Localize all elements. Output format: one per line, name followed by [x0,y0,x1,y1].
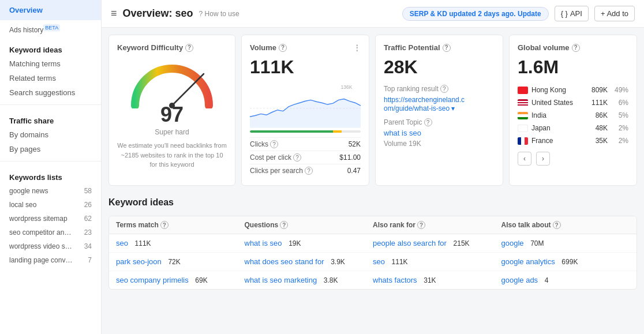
parent-topic-label: Parent Topic ? [384,118,495,126]
country-vol: 48K [582,124,608,132]
keywords-list-item[interactable]: wordpress sitemap62 [0,212,101,226]
questions-help[interactable]: ? [280,221,288,229]
cps-metric: Clicks per search ? 0.47 [250,164,361,177]
terms-match-link[interactable]: seo [116,239,128,247]
sidebar-item-by-pages[interactable]: By pages [0,142,101,156]
terms-match-link[interactable]: park seo-joon [116,257,162,266]
ideas-cell-also-rank: whats factors 31K [373,276,501,284]
ideas-cell-terms: seo 111K [116,239,245,247]
parent-topic-link[interactable]: what is seo [384,129,421,137]
kd-value: 97 [160,103,184,127]
ideas-cell-questions: what does seo stand for 3.9K [245,257,373,266]
sidebar-divider-2 [0,161,101,162]
traffic-card-title: Traffic Potential ? [384,43,495,52]
cps-help-icon[interactable]: ? [305,167,313,175]
keywords-list-item[interactable]: seo competitor anal...23 [0,226,101,239]
terms-match-num: 69K [195,276,207,284]
country-pct: 5% [611,111,628,119]
kl-count: 7 [88,256,92,264]
svg-line-0 [172,74,204,106]
questions-link[interactable]: what is seo [245,239,282,247]
also-talk-link[interactable]: google ads [501,276,538,284]
global-country-row: United States 111K 6% [518,96,628,109]
also-rank-num: 111K [392,258,408,266]
sidebar-item-overview[interactable]: Overview [0,0,101,20]
kl-name: google news [9,187,48,195]
keywords-list-item[interactable]: landing page conver...7 [0,253,101,267]
ideas-cell-questions: what is seo marketing 3.8K [245,276,373,284]
sidebar: Overview Ads historyBETA Keyword ideas M… [0,0,102,334]
also-rank-num: 31K [424,276,436,284]
volume-help-icon[interactable]: ? [279,44,287,52]
also-rank-help[interactable]: ? [417,221,425,229]
also-talk-num: 70M [530,239,544,247]
questions-link[interactable]: what does seo stand for [245,257,324,266]
also-rank-link[interactable]: people also search for [373,239,447,247]
country-vol: 86K [582,111,608,119]
sidebar-item-matching-terms[interactable]: Matching terms [0,57,101,71]
global-countries-table: Hong Kong 809K 49% United States 111K 6%… [518,84,628,147]
flag-hk [518,87,528,94]
ideas-cell-questions: what is seo 19K [245,239,373,247]
also-rank-link[interactable]: whats factors [373,276,417,284]
keywords-list-item[interactable]: wordpress video sit...34 [0,239,101,253]
ads-history-label: Ads history [9,26,43,34]
col-also-talk: Also talk about ? [501,221,630,229]
kl-name: local seo [9,201,36,209]
country-pct: 49% [611,86,628,94]
kd-help-icon[interactable]: ? [185,44,193,52]
global-help-icon[interactable]: ? [572,44,580,52]
traffic-card: Traffic Potential ? 28K Top ranking resu… [375,35,503,186]
parent-topic-help[interactable]: ? [424,118,432,126]
country-pct: 6% [611,99,628,107]
cpc-help-icon[interactable]: ? [293,153,301,162]
keyword-ideas-header: Keyword ideas [0,39,101,57]
global-next-button[interactable]: › [536,152,550,166]
col-questions: Questions ? [245,221,373,229]
global-prev-button[interactable]: ‹ [518,152,531,166]
keyword-ideas-table: Terms match ? Questions ? Also rank for … [108,216,637,290]
cpc-value: $11.00 [339,153,361,162]
volume-more-icon[interactable]: ⋮ [353,43,361,52]
keywords-list-item[interactable]: local seo26 [0,198,101,212]
kl-count: 34 [84,242,92,250]
kl-count: 58 [84,187,92,195]
also-talk-help[interactable]: ? [553,221,561,229]
keywords-list-item[interactable]: google news58 [0,184,101,198]
add-to-button[interactable]: + Add to [594,6,635,21]
ideas-rows-container: seo 111K what is seo 19K people also sea… [109,234,636,289]
traffic-value: 28K [384,57,495,78]
update-link[interactable]: Update [518,10,541,18]
traffic-share-header: Traffic share [0,110,101,127]
sidebar-item-related-terms[interactable]: Related terms [0,71,101,85]
update-text: SERP & KD updated 2 days ago. [410,10,516,18]
country-pct: 2% [611,137,628,145]
volume-title-text: Volume [250,43,276,52]
sidebar-item-by-domains[interactable]: By domains [0,127,101,142]
country-name: India [531,111,578,119]
sidebar-item-search-suggestions[interactable]: Search suggestions [0,85,101,100]
kd-label: Super hard [155,128,189,136]
ads-history-badge: BETA [43,24,60,31]
how-to-use-link[interactable]: ? How to use [199,10,239,18]
clicks-metric: Clicks ? 52K [250,137,361,151]
sidebar-item-ads-history[interactable]: Ads historyBETA [0,20,101,39]
top-ranking-help[interactable]: ? [440,85,448,93]
kl-count: 62 [84,215,92,223]
top-ranking-url[interactable]: https://searchengineland.c om/guide/what… [384,96,465,112]
also-talk-link[interactable]: google analytics [501,257,555,266]
api-button[interactable]: { } API [555,6,589,21]
also-rank-link[interactable]: seo [373,257,385,266]
kl-count: 23 [84,228,92,237]
clicks-help-icon[interactable]: ? [270,140,278,148]
ideas-cell-also-talk: google ads 4 [501,276,630,284]
main-content: ≡ Overview: seo ? How to use SERP & KD u… [102,0,644,334]
traffic-help-icon[interactable]: ? [443,44,451,52]
terms-match-help[interactable]: ? [160,221,169,229]
questions-link[interactable]: what is seo marketing [245,276,317,284]
also-rank-num: 215K [454,239,470,247]
also-talk-link[interactable]: google [501,239,524,247]
parent-topic-vol: Volume 19K [384,140,495,148]
menu-icon[interactable]: ≡ [111,7,117,20]
terms-match-link[interactable]: seo company primelis [116,276,189,284]
